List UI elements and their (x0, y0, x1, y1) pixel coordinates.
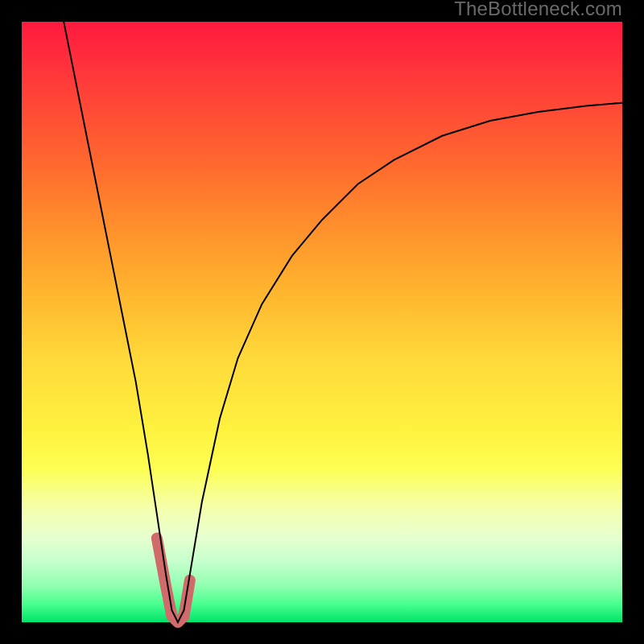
bottleneck-plot (22, 22, 622, 622)
chart-area: TheBottleneck.com (22, 22, 622, 622)
watermark-text: TheBottleneck.com (454, 0, 622, 22)
bottleneck-curve (64, 22, 622, 622)
